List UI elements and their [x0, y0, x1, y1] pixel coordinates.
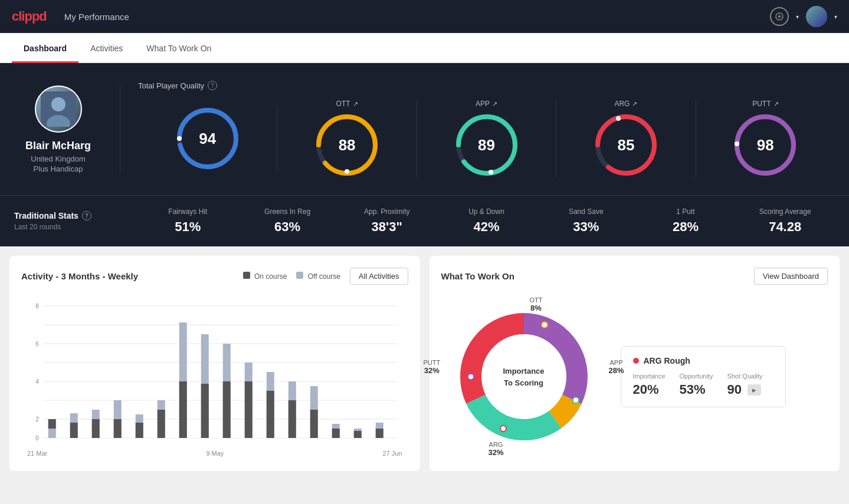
- tab-activities[interactable]: Activities: [78, 33, 135, 63]
- traditional-stats-label: Traditional Stats ?: [14, 211, 103, 220]
- gauge-value-app: 89: [478, 136, 495, 154]
- chart-x-labels: 21 Mar 9 May 27 Jun: [21, 450, 408, 457]
- svg-rect-59: [310, 410, 318, 438]
- all-activities-button[interactable]: All Activities: [350, 268, 408, 285]
- bottom-panels: Activity - 3 Months - Weekly On course O…: [0, 246, 849, 480]
- user-dropdown-arrow[interactable]: ▾: [834, 14, 837, 20]
- stat-scoring-average: Scoring Average 74.28: [735, 207, 835, 235]
- gauge-putt: PUTT ↗ 98: [696, 100, 835, 177]
- gauge-circle-arg: 85: [594, 113, 658, 177]
- gauge-circle-app: 89: [454, 113, 519, 177]
- svg-rect-41: [114, 419, 122, 438]
- nav-right-area: ▾ ▾: [770, 6, 837, 27]
- svg-text:0: 0: [35, 435, 39, 442]
- svg-rect-49: [201, 384, 209, 438]
- view-dashboard-button[interactable]: View Dashboard: [754, 268, 828, 285]
- svg-point-4: [51, 97, 65, 111]
- total-quality-help-icon[interactable]: ?: [208, 81, 217, 90]
- gauge-app: APP ↗ 89: [417, 100, 556, 177]
- what-to-work-title: What To Work On: [441, 271, 514, 281]
- svg-point-72: [542, 322, 548, 328]
- gauge-value-ott: 88: [339, 136, 356, 154]
- donut-chart-container: ImportanceTo Scoring OTT8% APP28% ARG32%…: [441, 294, 607, 459]
- user-avatar[interactable]: [806, 6, 827, 27]
- svg-rect-45: [158, 410, 165, 438]
- gauge-value-arg: 85: [617, 136, 634, 154]
- quality-badge: ▸: [748, 384, 761, 396]
- gauges-row: 94 OTT ↗ 88: [138, 100, 835, 177]
- traditional-stats-section: Traditional Stats ? Last 20 rounds Fairw…: [0, 195, 849, 246]
- seg-label-ott: OTT8%: [530, 297, 543, 312]
- stat-sand-save: Sand Save 33%: [536, 207, 636, 235]
- gauge-label-ott: OTT ↗: [336, 100, 358, 108]
- svg-rect-55: [267, 391, 274, 438]
- bar-chart-area: 8 6 4 2 0: [21, 294, 408, 447]
- svg-rect-35: [48, 419, 56, 429]
- gauge-label-putt: PUTT ↗: [752, 100, 778, 108]
- top-navigation: clippd My Performance ▾ ▾: [0, 0, 849, 33]
- tab-bar: Dashboard Activities What To Work On: [0, 33, 849, 63]
- gauge-value-putt: 98: [757, 136, 774, 154]
- tab-what-to-work-on[interactable]: What To Work On: [135, 33, 223, 63]
- svg-point-73: [573, 397, 579, 403]
- activity-chart-header: Activity - 3 Months - Weekly On course O…: [21, 268, 408, 285]
- gauge-arg: ARG ↗ 85: [556, 100, 696, 177]
- hero-section: Blair McHarg United Kingdom Plus Handica…: [0, 63, 849, 195]
- add-button[interactable]: [770, 7, 789, 26]
- stat-greens-in-reg: Greens In Reg 63%: [238, 207, 337, 235]
- x-label-mar: 21 Mar: [27, 450, 47, 457]
- svg-rect-47: [179, 381, 187, 438]
- chart-legend: On course Off course: [243, 272, 340, 281]
- stat-up-and-down: Up & Down 42%: [437, 207, 536, 235]
- svg-text:2: 2: [35, 416, 39, 423]
- svg-text:6: 6: [35, 341, 39, 347]
- arg-info-card: ARG Rough Importance 20% Opportunity 53%…: [621, 346, 786, 407]
- gauge-circle-putt: 98: [733, 113, 798, 177]
- gauge-total: 94: [138, 106, 277, 171]
- svg-rect-51: [223, 381, 231, 438]
- traditional-stats-help-icon[interactable]: ?: [82, 211, 91, 220]
- gauge-label-app: APP ↗: [476, 100, 497, 108]
- player-country: United Kingdom: [31, 154, 86, 163]
- arg-metric-opportunity: Opportunity 53%: [680, 373, 713, 397]
- tab-dashboard[interactable]: Dashboard: [12, 33, 78, 63]
- what-to-work-panel: What To Work On View Dashboard: [430, 256, 840, 471]
- arg-metrics: Importance 20% Opportunity 53% Shot Qual…: [633, 373, 773, 397]
- player-handicap: Plus Handicap: [34, 164, 83, 173]
- bar-chart-svg: 8 6 4 2 0: [21, 294, 408, 447]
- traditional-stats-label-area: Traditional Stats ? Last 20 rounds: [14, 211, 120, 231]
- svg-text:8: 8: [35, 303, 39, 309]
- seg-label-arg: ARG32%: [489, 441, 504, 457]
- player-avatar: [35, 85, 82, 133]
- svg-rect-37: [70, 423, 78, 438]
- stat-1-putt: 1 Putt 28%: [636, 207, 736, 235]
- legend-on-course-dot: [243, 272, 250, 279]
- gauge-label-arg: ARG ↗: [614, 100, 637, 108]
- add-dropdown-arrow[interactable]: ▾: [796, 14, 799, 20]
- player-name: Blair McHarg: [25, 140, 91, 152]
- svg-rect-61: [332, 429, 340, 438]
- arg-card-title: ARG Rough: [633, 356, 773, 365]
- nav-title: My Performance: [64, 12, 129, 22]
- stat-app-proximity: App. Proximity 38'3": [337, 207, 437, 235]
- svg-rect-57: [289, 400, 296, 438]
- svg-rect-53: [245, 381, 253, 438]
- svg-point-74: [500, 426, 506, 431]
- gauges-area: Total Player Quality ? 94 OTT: [120, 81, 835, 177]
- gauge-ott: OTT ↗ 88: [277, 100, 417, 177]
- arg-metric-shot-quality: Shot Quality 90 ▸: [727, 373, 762, 397]
- svg-text:4: 4: [35, 378, 39, 385]
- svg-point-71: [468, 374, 474, 380]
- legend-off-course-dot: [296, 272, 303, 279]
- seg-label-putt: PUTT32%: [424, 359, 441, 375]
- donut-center-label: ImportanceTo Scoring: [503, 365, 544, 388]
- svg-rect-39: [92, 419, 100, 438]
- traditional-stats-sublabel: Last 20 rounds: [14, 223, 103, 231]
- arg-metric-importance: Importance 20%: [633, 373, 666, 397]
- x-label-may: 9 May: [206, 450, 224, 457]
- logo[interactable]: clippd: [12, 9, 47, 24]
- donut-area: ImportanceTo Scoring OTT8% APP28% ARG32%…: [441, 294, 828, 459]
- svg-rect-63: [354, 431, 362, 438]
- activity-chart-title: Activity - 3 Months - Weekly: [21, 271, 138, 281]
- svg-rect-43: [136, 423, 143, 438]
